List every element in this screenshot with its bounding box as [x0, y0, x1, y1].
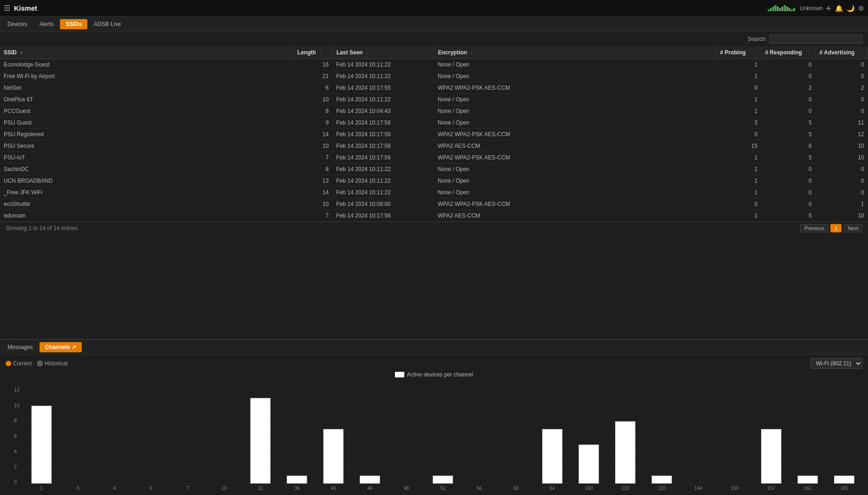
- cell-lastseen: Feb 14 2024 10:11:22: [332, 187, 434, 198]
- table-row[interactable]: PSU Secure 10 Feb 14 2024 10:17:56 WPA2 …: [0, 140, 868, 152]
- cell-ssid: PSU-IoT: [0, 152, 293, 164]
- bell-icon[interactable]: 🔔: [835, 5, 843, 12]
- cell-advertising: 2: [815, 82, 868, 94]
- table-row[interactable]: eduroam 7 Feb 14 2024 10:17:56 WPA2 AES-…: [0, 210, 868, 222]
- cell-probing: 3: [716, 117, 761, 129]
- moon-icon[interactable]: 🌙: [847, 5, 855, 12]
- historical-radio-label[interactable]: Historical: [37, 360, 67, 367]
- xlabel-ch11: 11: [258, 486, 263, 491]
- bar-ch1: [32, 406, 52, 483]
- tab-channels[interactable]: Channels ↗: [39, 342, 82, 352]
- xlabel-ch40: 40: [331, 486, 336, 491]
- cell-lastseen: Feb 14 2024 10:11:22: [332, 71, 434, 82]
- historical-label: Historical: [45, 360, 67, 367]
- gps-icon[interactable]: ✛: [826, 5, 831, 12]
- cell-encryption: None / Open: [434, 175, 716, 187]
- sig-bar-6: [779, 8, 781, 11]
- col-header-responding[interactable]: # Responding: [761, 46, 815, 59]
- bottom-panel: Messages Channels ↗ Current Historical W: [0, 339, 868, 495]
- cell-encryption: WPA2 AES-CCM: [434, 210, 716, 222]
- table-row[interactable]: OnePlus 6T 10 Feb 14 2024 10:11:22 None …: [0, 94, 868, 106]
- current-radio-label[interactable]: Current: [6, 360, 32, 367]
- xlabel-ch6: 6: [150, 486, 152, 491]
- prev-button[interactable]: Previous: [800, 224, 829, 232]
- cell-encryption: None / Open: [434, 187, 716, 198]
- col-header-lastseen[interactable]: Last Seen ↕: [332, 46, 434, 59]
- tab-devices[interactable]: Devices: [2, 19, 33, 29]
- bar-ch157: [761, 429, 781, 483]
- cell-responding: 2: [761, 82, 815, 94]
- cell-probing: 1: [716, 187, 761, 198]
- wifi-select[interactable]: Wi-Fi (802.11): [811, 358, 862, 369]
- cell-advertising: 12: [815, 129, 868, 140]
- tab-messages[interactable]: Messages: [2, 342, 39, 352]
- next-button[interactable]: Next: [843, 224, 862, 232]
- current-label: Current: [13, 360, 32, 367]
- cell-responding: 5: [761, 210, 815, 222]
- table-header-row: SSID ▾ Length ↕ Last Seen ↕ Encryption ↕…: [0, 46, 868, 59]
- cell-responding: 5: [761, 129, 815, 140]
- bar-ch100: [579, 445, 599, 484]
- gear-icon[interactable]: ⚙: [858, 5, 864, 12]
- sig-bar-7: [782, 7, 783, 11]
- legend-box: [395, 372, 404, 377]
- cell-length: 8: [293, 106, 332, 117]
- xlabel-ch120: 120: [658, 486, 666, 491]
- table-row[interactable]: NetSec 6 Feb 14 2024 10:17:55 WPA2 WPA2-…: [0, 82, 868, 94]
- cell-probing: 1: [716, 210, 761, 222]
- cell-lastseen: Feb 14 2024 10:17:56: [332, 129, 434, 140]
- cell-length: 14: [293, 187, 332, 198]
- col-header-encryption[interactable]: Encryption ↕: [434, 46, 716, 59]
- cell-lastseen: Feb 14 2024 10:11:22: [332, 59, 434, 71]
- bar-ch116: [615, 422, 635, 484]
- cell-probing: 1: [716, 71, 761, 82]
- table-row[interactable]: PSU Guest 9 Feb 14 2024 10:17:56 None / …: [0, 117, 868, 129]
- table-row[interactable]: PSU-IoT 7 Feb 14 2024 10:17:56 WPA2 WPA2…: [0, 152, 868, 164]
- col-header-ssid[interactable]: SSID ▾: [0, 46, 293, 59]
- ssid-tbody: Econolodge Guest 16 Feb 14 2024 10:11:22…: [0, 59, 868, 222]
- cell-length: 10: [293, 198, 332, 210]
- table-row[interactable]: PSU Registered 14 Feb 14 2024 10:17:56 W…: [0, 129, 868, 140]
- pagination-info: Showing 1 to 14 of 14 entries: [6, 225, 78, 231]
- cell-lastseen: Feb 14 2024 10:17:56: [332, 117, 434, 129]
- cell-lastseen: Feb 14 2024 10:17:56: [332, 210, 434, 222]
- cell-length: 7: [293, 152, 332, 164]
- cell-ssid: PSU Guest: [0, 117, 293, 129]
- col-header-length[interactable]: Length ↕: [293, 46, 332, 59]
- search-input[interactable]: [769, 34, 862, 44]
- table-row[interactable]: ecoShuttle 10 Feb 14 2024 10:08:00 WPA2 …: [0, 198, 868, 210]
- hamburger-icon[interactable]: ☰: [4, 4, 10, 13]
- bar-ch165: [834, 476, 854, 484]
- tab-alerts[interactable]: Alerts: [34, 19, 59, 29]
- cell-lastseen: Feb 14 2024 10:11:22: [332, 94, 434, 106]
- cell-encryption: WPA2 WPA2-PSK AES-CCM: [434, 152, 716, 164]
- table-row[interactable]: _Free JFK WiFi 14 Feb 14 2024 10:11:22 N…: [0, 187, 868, 198]
- cell-ssid: UCN BROADBAND: [0, 175, 293, 187]
- cell-length: 10: [293, 94, 332, 106]
- cell-advertising: 11: [815, 117, 868, 129]
- cell-ssid: PCCGuest: [0, 106, 293, 117]
- cell-responding: 6: [761, 140, 815, 152]
- xlabel-ch3: 3: [77, 486, 79, 491]
- page-1-button[interactable]: 1: [830, 224, 842, 232]
- bar-ch64: [542, 429, 562, 483]
- table-row[interactable]: Econolodge Guest 16 Feb 14 2024 10:11:22…: [0, 59, 868, 71]
- table-row[interactable]: UCN BROADBAND 13 Feb 14 2024 10:11:22 No…: [0, 175, 868, 187]
- chart-controls: Current Historical Wi-Fi (802.11): [6, 358, 862, 369]
- col-header-probing[interactable]: # Probing: [716, 46, 761, 59]
- tab-adsb[interactable]: ADSB Live: [88, 19, 126, 29]
- xlabel-ch100: 100: [585, 486, 593, 491]
- cell-responding: 0: [761, 198, 815, 210]
- table-row[interactable]: SachinDC 8 Feb 14 2024 10:11:22 None / O…: [0, 164, 868, 175]
- table-row[interactable]: Free Wi-Fi by Airport 21 Feb 14 2024 10:…: [0, 71, 868, 82]
- cell-encryption: None / Open: [434, 59, 716, 71]
- legend-label: Active devices per channel: [407, 371, 473, 378]
- chart-legend: Active devices per channel: [6, 371, 862, 378]
- tab-ssids[interactable]: SSIDs: [60, 19, 87, 29]
- cell-responding: 5: [761, 117, 815, 129]
- cell-ssid: SachinDC: [0, 164, 293, 175]
- col-header-advertising[interactable]: # Advertising: [815, 46, 868, 59]
- table-row[interactable]: PCCGuest 8 Feb 14 2024 10:04:43 None / O…: [0, 106, 868, 117]
- bottom-tabs: Messages Channels ↗: [0, 340, 868, 355]
- cell-probing: 1: [716, 106, 761, 117]
